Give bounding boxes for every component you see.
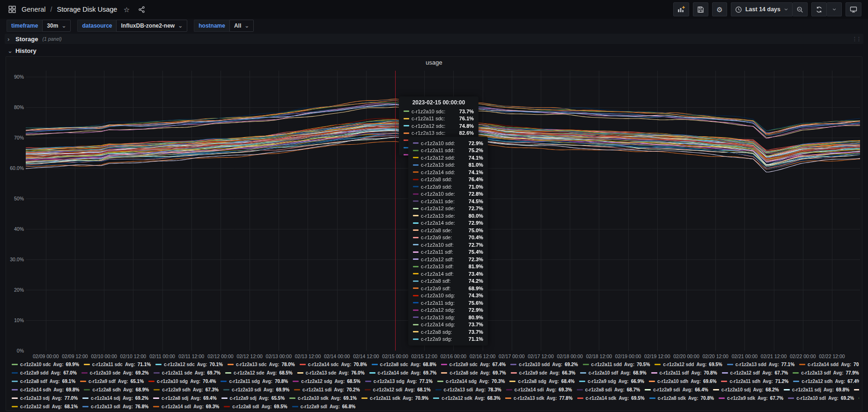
legend-item[interactable]: c-r1z2a9 sdiAvg:66.4% bbox=[645, 387, 708, 392]
variable-timeframe-label[interactable]: timeframe bbox=[7, 20, 42, 32]
save-dashboard-button[interactable] bbox=[693, 2, 708, 16]
legend-item[interactable]: c-r1z2a13 sdkAvg:77.8% bbox=[505, 396, 573, 401]
row-storage[interactable]: › Storage (1 panel) ⋮⋮ bbox=[5, 34, 863, 44]
row-history[interactable]: ⌄ History bbox=[5, 46, 863, 55]
legend-item[interactable]: c-r1z2a11 sdfAvg:70.8% bbox=[651, 370, 717, 375]
legend-item[interactable]: c-r1z2a13 sdiAvg:78.3% bbox=[435, 387, 501, 392]
legend-item[interactable]: c-r1z2a12 sdkAvg:68.3% bbox=[433, 396, 500, 401]
legend-item[interactable]: c-r1z2a10 sdfAvg:68.9% bbox=[580, 370, 647, 375]
legend-item[interactable]: c-r1z2a10 sdgAvg:70.4% bbox=[148, 379, 216, 384]
legend-item[interactable]: c-r1z2a12 sdiAvg:68.1% bbox=[365, 387, 431, 392]
breadcrumb-section[interactable]: General bbox=[22, 6, 46, 13]
tooltip-series-value: 74.2% bbox=[463, 278, 483, 284]
add-panel-button[interactable] bbox=[673, 2, 689, 16]
star-icon[interactable]: ☆ bbox=[121, 4, 132, 15]
legend-item[interactable]: c-r1z2a9 sdeAvg:66.3% bbox=[511, 370, 575, 375]
legend-item[interactable]: c-r1z2a9 sdlAvg:66.8% bbox=[292, 404, 355, 409]
legend-item[interactable]: c-r1z2a11 sdjAvg:69.8% bbox=[784, 387, 849, 392]
panel-title[interactable]: usage bbox=[6, 59, 862, 66]
tooltip-series-name: c-r1z2a13 sdd: bbox=[421, 162, 463, 168]
legend-item[interactable]: c-r1z2a8 sdhAvg:68.9% bbox=[84, 387, 149, 392]
legend-item[interactable]: c-r1z2a13 sdeAvg:76.0% bbox=[297, 370, 365, 375]
cycle-view-mode-button[interactable] bbox=[846, 2, 861, 16]
legend-item[interactable]: c-r1z2a10 sdhAvg:69.6% bbox=[649, 379, 716, 384]
legend-item[interactable]: c-r1z2a14 sdhAvg:69.8% bbox=[12, 387, 79, 392]
legend-item[interactable]: c-r1z2a8 sdjAvg:69.4% bbox=[153, 396, 216, 401]
legend-item[interactable]: c-r1z2a12 sdcAvg:70.1% bbox=[155, 362, 223, 367]
refresh-button[interactable] bbox=[811, 2, 827, 16]
legend-item[interactable]: c-r1z2a10 sdiAvg:69.9% bbox=[223, 387, 289, 392]
legend-item[interactable]: c-r1z2a12 sdfAvg:67.7% bbox=[722, 370, 788, 375]
tooltip-series-color bbox=[404, 118, 409, 119]
legend-item[interactable]: c-r1z2a13 sdcAvg:78.0% bbox=[228, 362, 295, 367]
legend-item[interactable]: c-r1z2a10 sdlAvg:69.2% bbox=[788, 396, 854, 401]
legend-item[interactable]: c-r1z2a11 sdhAvg:71.2% bbox=[721, 379, 788, 384]
dashboard-settings-button[interactable]: ⚙ bbox=[712, 2, 727, 16]
legend-item[interactable]: c-r1z2a12 sdjAvg:67.9% bbox=[854, 387, 859, 392]
legend-item[interactable]: c-r1z2a8 sdeAvg:69.7% bbox=[441, 370, 506, 375]
legend-item[interactable]: c-r1z2a9 sdfAvg:65.1% bbox=[80, 379, 144, 384]
legend-avg-label: Avg: bbox=[758, 396, 768, 401]
legend-item[interactable]: c-r1z2a11 sdcAvg:71.1% bbox=[84, 362, 151, 367]
legend-item[interactable]: c-r1z2a11 sdlAvg:70.9% bbox=[859, 396, 859, 401]
legend-item[interactable]: c-r1z2a9 sdkAvg:67.7% bbox=[719, 396, 783, 401]
legend-item[interactable]: c-r1z2a11 sddAvg:70.5% bbox=[583, 362, 650, 367]
legend-item[interactable]: c-r1z2a10 sdeAvg:69.2% bbox=[81, 370, 149, 375]
legend-item[interactable]: c-r1z2a12 sdlAvg:68.1% bbox=[12, 404, 78, 409]
legend-item[interactable]: c-r1z2a11 sdgAvg:70.8% bbox=[221, 379, 288, 384]
legend-item[interactable]: c-r1z2a13 sdlAvg:76.8% bbox=[82, 404, 148, 409]
legend-item[interactable]: c-r1z2a14 sdjAvg:69.2% bbox=[82, 396, 148, 401]
legend-item[interactable]: c-r1z2a14 sdeAvg:69.7% bbox=[369, 370, 437, 375]
legend-item[interactable]: c-r1z2a10 sdkAvg:69.1% bbox=[289, 396, 357, 401]
legend-item[interactable]: c-r1z2a8 sdgAvg:68.4% bbox=[509, 379, 574, 384]
legend-item[interactable]: c-r1z2a14 sdiAvg:69.3% bbox=[506, 387, 572, 392]
legend-item[interactable]: c-r1z2a11 sdeAvg:69.7% bbox=[154, 370, 221, 375]
legend-item[interactable]: c-r1z2a8 sdfAvg:69.1% bbox=[12, 379, 75, 384]
legend-item[interactable]: c-r1z2a8 sdlAvg:69.5% bbox=[224, 404, 287, 409]
variable-hostname-label[interactable]: hostname bbox=[194, 20, 229, 32]
legend-item[interactable]: c-r1z2a8 sdcAvg:68.8% bbox=[372, 362, 436, 367]
legend-avg-label: Avg: bbox=[334, 387, 344, 392]
refresh-interval-caret[interactable] bbox=[827, 2, 842, 16]
legend-item[interactable]: c-r1z2a12 sdhAvg:67.4% bbox=[793, 379, 859, 384]
zoom-out-button[interactable] bbox=[793, 2, 808, 16]
legend-item[interactable]: c-r1z2a10 sdcAvg:69.9% bbox=[12, 362, 79, 367]
clock-icon bbox=[735, 6, 742, 13]
legend-item[interactable]: c-r1z2a14 sdkAvg:69.5% bbox=[577, 396, 645, 401]
variable-timeframe-value[interactable]: 30m ⌄ bbox=[42, 20, 71, 32]
legend-item[interactable]: c-r1z2a9 sdjAvg:65.5% bbox=[221, 396, 285, 401]
legend-item[interactable]: c-r1z2a14 sddAvg:70.6% bbox=[799, 362, 859, 367]
legend-item[interactable]: c-r1z2a13 sddAvg:77.1% bbox=[727, 362, 794, 367]
variable-datasource-label[interactable]: datasource bbox=[77, 20, 116, 32]
dashboards-grid-icon[interactable] bbox=[7, 4, 18, 15]
legend-item[interactable]: c-r1z2a13 sdgAvg:77.1% bbox=[365, 379, 433, 384]
legend-item[interactable]: c-r1z2a11 sdiAvg:70.2% bbox=[294, 387, 360, 392]
time-range-picker[interactable]: Last 14 days bbox=[731, 2, 793, 16]
legend-avg-label: Avg: bbox=[475, 396, 485, 401]
tooltip-series-name: c-r1z2a10 sdf: bbox=[421, 242, 463, 248]
legend-item[interactable]: c-r1z2a9 sddAvg:67.0% bbox=[12, 370, 77, 375]
legend-item[interactable]: c-r1z2a9 sdgAvg:66.9% bbox=[579, 379, 644, 384]
share-icon[interactable] bbox=[136, 4, 147, 15]
legend-item[interactable]: c-r1z2a12 sdgAvg:68.5% bbox=[293, 379, 360, 384]
legend-item[interactable]: c-r1z2a9 sdhAvg:67.3% bbox=[154, 387, 219, 392]
legend-item[interactable]: c-r1z2a11 sdkAvg:70.9% bbox=[361, 396, 428, 401]
variable-datasource-value[interactable]: InfluxDB-zone2-new ⌄ bbox=[116, 20, 187, 32]
legend-item[interactable]: c-r1z2a14 sdcAvg:70.8% bbox=[300, 362, 367, 367]
variable-hostname-value[interactable]: All ⌄ bbox=[229, 20, 254, 32]
legend-item[interactable]: c-r1z2a13 sdfAvg:77.9% bbox=[793, 370, 859, 375]
legend-item[interactable]: c-r1z2a14 sdgAvg:70.3% bbox=[437, 379, 505, 384]
row-drag-handle-icon[interactable]: ⋮⋮ bbox=[852, 36, 861, 42]
legend-series-color bbox=[722, 372, 728, 374]
legend-item[interactable]: c-r1z2a8 sdkAvg:70.8% bbox=[649, 396, 714, 401]
tooltip-series-color bbox=[413, 157, 419, 158]
legend-item[interactable]: c-r1z2a9 sdcAvg:67.4% bbox=[441, 362, 506, 367]
tooltip-series-value: 72.8% bbox=[463, 191, 483, 197]
legend-item[interactable]: c-r1z2a12 sdeAvg:68.5% bbox=[225, 370, 293, 375]
legend-item[interactable]: c-r1z2a8 sdiAvg:68.7% bbox=[577, 387, 640, 392]
legend-item[interactable]: c-r1z2a13 sdjAvg:77.0% bbox=[12, 396, 78, 401]
legend-item[interactable]: c-r1z2a10 sddAvg:69.2% bbox=[510, 362, 578, 367]
legend-item[interactable]: c-r1z2a14 sdlAvg:69.3% bbox=[153, 404, 219, 409]
legend-item[interactable]: c-r1z2a12 sddAvg:69.5% bbox=[655, 362, 722, 367]
legend-item[interactable]: c-r1z2a10 sdjAvg:68.2% bbox=[713, 387, 779, 392]
